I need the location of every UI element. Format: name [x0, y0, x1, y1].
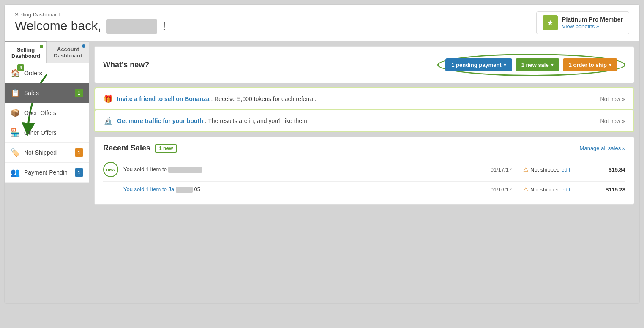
not-shipped-label: Not Shipped: [24, 149, 57, 156]
users-icon: 👥: [11, 168, 20, 177]
account-dot: [82, 44, 85, 48]
view-benefits-link[interactable]: View benefits »: [562, 23, 599, 30]
promo-traffic-text: Get more traffic for your booth . The re…: [117, 118, 309, 124]
member-badge: ★ Platinum Pro Member View benefits »: [536, 11, 629, 34]
referral-link[interactable]: Invite a friend to sell on Bonanza: [117, 96, 210, 102]
package-icon: 📦: [11, 108, 20, 118]
sale-date-2: 01/16/17: [484, 186, 518, 193]
header: Selling Dashboard Welcome back, ! ★ Plat…: [5, 5, 639, 41]
order-to-ship-button[interactable]: 1 order to ship ▾: [563, 58, 617, 71]
table-row: You sold 1 item to Ja 05 01/16/17 ⚠ Not …: [103, 182, 625, 197]
table-row: new You sold 1 item to 01/17/17 ⚠ Not sh…: [103, 158, 625, 182]
main-content: What's new? 1 pending payment ▾ 1 new sa…: [89, 41, 639, 303]
warning-icon-2: ⚠: [523, 186, 529, 193]
sale-new-circle: new: [103, 162, 118, 177]
edit-link-2[interactable]: edit: [561, 186, 570, 193]
new-sale-button[interactable]: 1 new sale ▾: [516, 58, 559, 71]
sale-status-1: ⚠ Not shipped edit: [523, 166, 591, 173]
whats-new-title: What's new?: [103, 60, 149, 69]
member-title: Platinum Pro Member: [562, 16, 623, 23]
traffic-link[interactable]: Get more traffic for your booth: [117, 118, 203, 124]
sale-link-2[interactable]: You sold 1 item to Ja: [123, 186, 174, 192]
sale-price-1: $15.84: [596, 167, 625, 173]
ship-chevron-icon: ▾: [609, 62, 611, 68]
whats-new-card: What's new? 1 pending payment ▾ 1 new sa…: [94, 46, 634, 83]
action-buttons-circle: 1 pending payment ▾ 1 new sale ▾ 1 order…: [437, 54, 625, 76]
whats-new-section: What's new? 1 pending payment ▾ 1 new sa…: [103, 54, 625, 76]
promo-traffic: 🔬 Get more traffic for your booth . The …: [95, 110, 634, 132]
store-icon: 🏪: [11, 128, 20, 137]
sidebar-item-open-offers[interactable]: 📦 Open Offers: [5, 103, 89, 123]
sidebar-item-orders[interactable]: 🏠 Orders 4: [5, 63, 89, 83]
orders-badge: 4: [17, 64, 24, 71]
member-info: Platinum Pro Member View benefits »: [562, 16, 623, 30]
other-offers-label: Other Offers: [24, 129, 57, 136]
tag-icon: 🏷️: [11, 148, 20, 157]
sale-price-2: $115.28: [596, 186, 625, 193]
username-blur: [106, 19, 157, 34]
main-wrapper: Selling Dashboard Welcome back, ! ★ Plat…: [4, 4, 640, 304]
buyer-name-blur-2: [176, 187, 193, 193]
sidebar: Selling Dashboard Account Dashboard 🏠 Or…: [5, 41, 89, 303]
tab-selling-dashboard[interactable]: Selling Dashboard: [5, 41, 47, 63]
warning-icon-1: ⚠: [523, 166, 529, 173]
selling-dashboard-label: Selling Dashboard: [15, 11, 166, 18]
header-left: Selling Dashboard Welcome back, !: [15, 11, 166, 34]
orders-label: Orders: [24, 70, 42, 77]
recent-sales-new-badge: 1 new: [155, 144, 177, 153]
sales-label: Sales: [24, 90, 39, 96]
sidebar-item-not-shipped[interactable]: 🏷️ Not Shipped 1: [5, 143, 89, 163]
manage-all-sales-link[interactable]: Manage all sales »: [580, 145, 625, 151]
sales-icon: 📋: [11, 88, 20, 98]
promo-referral-left: 🎁 Invite a friend to sell on Bonanza . R…: [104, 94, 317, 104]
tab-account-dashboard[interactable]: Account Dashboard: [47, 41, 89, 63]
promo-traffic-left: 🔬 Get more traffic for your booth . The …: [104, 116, 309, 126]
sale-status-2: ⚠ Not shipped edit: [523, 186, 591, 193]
sale-description-1: You sold 1 item to: [123, 166, 479, 173]
edit-link-1[interactable]: edit: [561, 167, 570, 173]
gift-icon: 🎁: [104, 94, 113, 104]
sidebar-item-sales[interactable]: 📋 Sales 1: [5, 83, 89, 103]
sales-badge: 1: [75, 89, 83, 97]
payment-chevron-icon: ▾: [504, 62, 506, 68]
selling-dot: [40, 45, 43, 48]
nav-section: 🏠 Orders 4 📋 Sales 1 📦 Open Offers: [5, 63, 89, 183]
promos-container: 🎁 Invite a friend to sell on Bonanza . R…: [94, 87, 634, 132]
sidebar-item-payment-pending[interactable]: 👥 Payment Pendin 1: [5, 163, 89, 183]
recent-sales-title: Recent Sales 1 new: [103, 144, 177, 153]
member-icon: ★: [543, 15, 558, 30]
sale-description-2: You sold 1 item to Ja 05: [123, 186, 479, 193]
body-area: Selling Dashboard Account Dashboard 🏠 Or…: [5, 41, 639, 303]
open-offers-label: Open Offers: [24, 109, 56, 116]
promo-referral-text: Invite a friend to sell on Bonanza . Rec…: [117, 96, 317, 102]
flask-icon: 🔬: [104, 116, 113, 126]
promo-referral: 🎁 Invite a friend to sell on Bonanza . R…: [95, 88, 634, 110]
outer-frame: Selling Dashboard Welcome back, ! ★ Plat…: [0, 0, 644, 328]
not-shipped-badge: 1: [75, 148, 83, 157]
traffic-dismiss[interactable]: Not now »: [600, 118, 625, 124]
welcome-message: Welcome back, !: [15, 19, 166, 34]
pending-payment-button[interactable]: 1 pending payment ▾: [445, 58, 512, 71]
recent-sales-card: Recent Sales 1 new Manage all sales » ne…: [94, 137, 634, 205]
dashboard-tabs: Selling Dashboard Account Dashboard: [5, 41, 89, 63]
recent-sales-header: Recent Sales 1 new Manage all sales »: [103, 144, 625, 153]
sale-chevron-icon: ▾: [551, 62, 554, 68]
sales-table: new You sold 1 item to 01/17/17 ⚠ Not sh…: [103, 158, 625, 197]
payment-pending-label: Payment Pendin: [24, 169, 68, 176]
sidebar-item-other-offers[interactable]: 🏪 Other Offers: [5, 123, 89, 143]
payment-pending-badge: 1: [75, 168, 83, 177]
referral-dismiss[interactable]: Not now »: [600, 96, 625, 102]
buyer-name-blur-1: [168, 167, 202, 173]
sale-date-1: 01/17/17: [484, 167, 518, 173]
